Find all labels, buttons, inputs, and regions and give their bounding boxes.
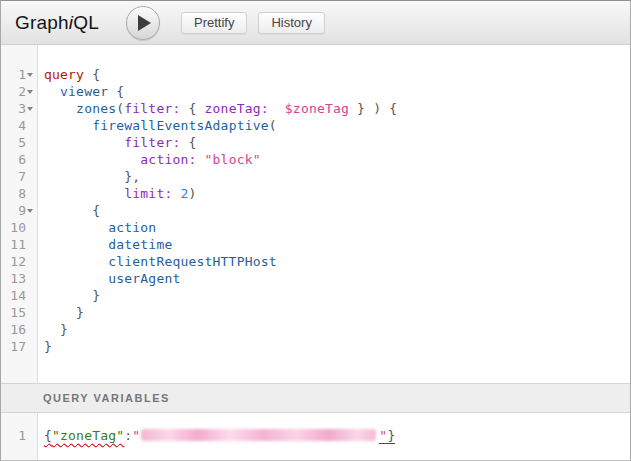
query-variables-header[interactable]: QUERY VARIABLES [1, 383, 630, 413]
code-line[interactable]: 1query { [1, 66, 630, 83]
code-line[interactable]: 15 } [1, 304, 630, 321]
app-title: GraphiQL [15, 12, 99, 34]
play-icon [138, 15, 151, 31]
query-variables-title: QUERY VARIABLES [43, 392, 170, 404]
line-number: 6 [18, 151, 26, 168]
query-editor[interactable]: 1query {2 viewer {3 zones(filter: { zone… [1, 45, 630, 383]
line-number: 3 [18, 100, 26, 117]
variables-line-number: 1 [18, 427, 26, 444]
code-line[interactable]: 5 filter: { [1, 134, 630, 151]
line-number: 13 [10, 270, 26, 287]
code-line[interactable]: 14 } [1, 287, 630, 304]
line-number: 17 [10, 338, 26, 355]
history-button[interactable]: History [258, 12, 324, 34]
redacted-zone-id-value [141, 429, 376, 441]
code-line[interactable]: 3 zones(filter: { zoneTag: $zoneTag } ) … [1, 100, 630, 117]
fold-arrow-icon[interactable] [27, 90, 33, 94]
code-line[interactable]: 10 action [1, 219, 630, 236]
code-line[interactable]: 11 datetime [1, 236, 630, 253]
line-number: 12 [10, 253, 26, 270]
code-line[interactable]: 7 }, [1, 168, 630, 185]
code-line[interactable]: 16 } [1, 321, 630, 338]
line-number: 2 [18, 83, 26, 100]
json-property-zonetag: "zoneTag" [52, 428, 124, 443]
line-number: 10 [10, 219, 26, 236]
line-number: 1 [18, 66, 26, 83]
code-line[interactable]: 6 action: "block" [1, 151, 630, 168]
graphiql-window: GraphiQL Prettify History 1query {2 view… [0, 0, 631, 461]
code-line[interactable]: 4 firewallEventsAdaptive( [1, 117, 630, 134]
variables-editor[interactable]: 1 {"zoneTag":""} [1, 413, 630, 460]
line-number: 8 [18, 185, 26, 202]
line-number: 5 [18, 134, 26, 151]
line-number: 11 [10, 236, 26, 253]
line-number: 16 [10, 321, 26, 338]
code-lines: 1query {2 viewer {3 zones(filter: { zone… [1, 45, 630, 355]
line-number: 15 [10, 304, 26, 321]
code-line[interactable]: 12 clientRequestHTTPHost [1, 253, 630, 270]
variables-line[interactable]: 1 {"zoneTag":""} [1, 427, 630, 444]
code-line[interactable]: 17} [1, 338, 630, 355]
code-line[interactable]: 13 userAgent [1, 270, 630, 287]
execute-button[interactable] [126, 6, 160, 40]
line-number: 9 [18, 202, 26, 219]
line-number: 14 [10, 287, 26, 304]
code-line[interactable]: 9 { [1, 202, 630, 219]
lint-underline: {"zoneTag" [44, 428, 124, 443]
toolbar: GraphiQL Prettify History [1, 1, 630, 45]
prettify-button[interactable]: Prettify [181, 12, 247, 34]
line-number: 4 [18, 117, 26, 134]
line-number: 7 [18, 168, 26, 185]
code-line[interactable]: 2 viewer { [1, 83, 630, 100]
code-line[interactable]: 8 limit: 2) [1, 185, 630, 202]
matching-bracket: "} [379, 428, 395, 444]
fold-arrow-icon[interactable] [27, 107, 33, 111]
fold-arrow-icon[interactable] [27, 73, 33, 77]
fold-arrow-icon[interactable] [27, 209, 33, 213]
